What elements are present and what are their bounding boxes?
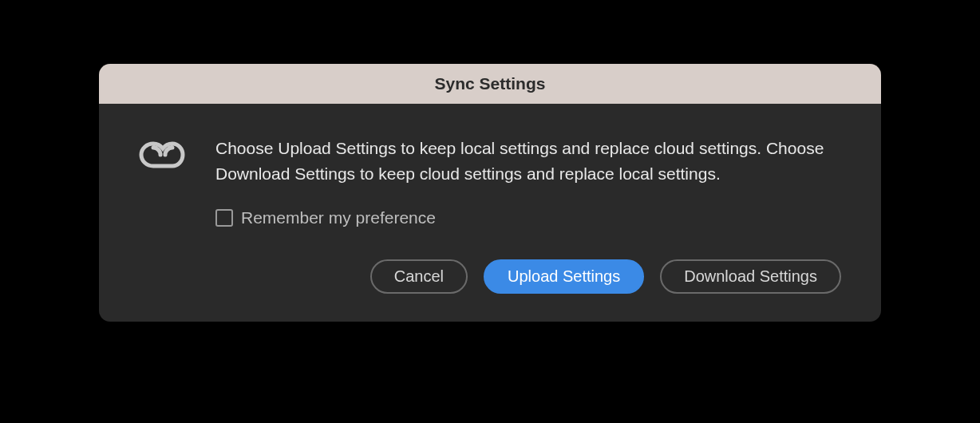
dialog-title: Sync Settings [435,74,546,93]
dialog-titlebar: Sync Settings [99,64,881,104]
cancel-button[interactable]: Cancel [370,259,468,294]
upload-settings-button[interactable]: Upload Settings [484,259,644,294]
dialog-body: Choose Upload Settings to keep local set… [215,136,841,294]
remember-preference-label[interactable]: Remember my preference [241,208,436,227]
button-row: Cancel Upload Settings Download Settings [215,259,841,294]
remember-preference-checkbox[interactable] [215,209,233,227]
download-settings-button[interactable]: Download Settings [660,259,841,294]
sync-settings-dialog: Sync Settings Choose Upload Settings to … [99,64,881,322]
dialog-content: Choose Upload Settings to keep local set… [99,104,881,322]
remember-preference-row: Remember my preference [215,208,841,227]
icon-area [139,136,185,174]
creative-cloud-icon [139,139,185,171]
dialog-description: Choose Upload Settings to keep local set… [215,136,841,186]
